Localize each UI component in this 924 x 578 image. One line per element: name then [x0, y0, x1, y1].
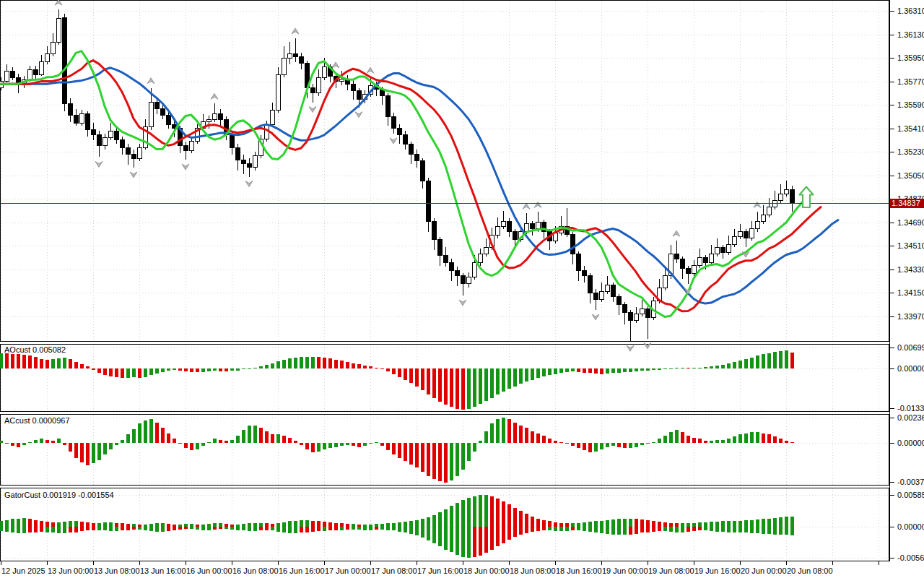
histogram-bar — [213, 523, 217, 527]
histogram-bar — [762, 434, 765, 443]
histogram-bar — [415, 443, 419, 467]
histogram-bar — [606, 443, 609, 447]
histogram-bar — [201, 368, 205, 372]
histogram-bar — [756, 527, 759, 533]
histogram-bar — [126, 434, 130, 443]
histogram-bar — [155, 423, 159, 443]
histogram-bar — [236, 527, 240, 530]
bullish-candle — [103, 137, 108, 145]
time-scale[interactable]: 12 Jun 202513 Jun 00:0013 Jun 08:0013 Ju… — [1, 561, 879, 575]
histogram-bar — [300, 443, 303, 445]
histogram-bar — [790, 442, 794, 443]
histogram-bar — [34, 527, 38, 532]
histogram-bar — [594, 368, 598, 374]
histogram-bar — [629, 527, 632, 535]
histogram-bar — [744, 520, 748, 527]
bullish-candle — [57, 19, 61, 43]
histogram-bar — [542, 527, 546, 530]
histogram-bar — [363, 366, 367, 368]
time-tick-label: 16 Jun 00:00 — [186, 566, 232, 575]
histogram-bar — [444, 443, 448, 483]
histogram-bar — [767, 434, 771, 443]
histogram-bar — [288, 527, 292, 533]
histogram-bar — [328, 527, 332, 530]
histogram-bar — [461, 527, 465, 557]
time-tick-label: 19 Jun 00:00 — [602, 566, 648, 575]
histogram-bar — [357, 525, 361, 527]
time-tick-label: 17 Jun 16:00 — [417, 566, 463, 575]
histogram-bar — [357, 443, 361, 447]
histogram-bar — [109, 443, 113, 449]
histogram-bar — [536, 434, 540, 443]
histogram-bar — [588, 522, 592, 527]
histogram-bar — [22, 527, 26, 533]
histogram-bar — [126, 527, 130, 530]
histogram-bar — [190, 368, 193, 372]
histogram-bar — [17, 519, 20, 527]
histogram-bar — [750, 527, 754, 533]
histogram-bar — [271, 363, 274, 368]
histogram-bar — [121, 523, 124, 527]
histogram-bar — [704, 441, 707, 443]
time-tick-label: 13 Jun 00:00 — [48, 566, 94, 575]
histogram-bar — [404, 522, 407, 527]
histogram-bar — [623, 368, 627, 372]
histogram-bar — [473, 496, 476, 527]
histogram-bar — [577, 527, 580, 530]
histogram-bar — [432, 527, 436, 543]
bullish-candle — [149, 103, 154, 127]
histogram-bar — [392, 368, 396, 374]
histogram-bar — [230, 525, 234, 527]
bearish-candle — [513, 232, 518, 240]
bullish-candle — [600, 292, 604, 300]
histogram-bar — [767, 519, 771, 527]
histogram-bar — [352, 527, 355, 530]
bullish-candle — [138, 148, 142, 158]
bearish-candle — [167, 116, 171, 125]
time-tick-label: 17 Jun 00:00 — [325, 566, 371, 575]
histogram-bar — [259, 527, 263, 530]
histogram-bar — [600, 527, 603, 533]
histogram-bar — [340, 523, 344, 527]
histogram-bar — [282, 527, 286, 532]
histogram-bar — [629, 519, 632, 527]
histogram-bar — [311, 357, 315, 368]
histogram-bar — [421, 368, 424, 390]
histogram-bar — [323, 527, 326, 531]
bearish-candle — [623, 305, 627, 313]
histogram-bar — [450, 527, 453, 552]
histogram-bar — [103, 368, 107, 375]
scale-tick-label: 1.34330 — [897, 265, 924, 274]
histogram-bar — [167, 434, 170, 443]
histogram-bar — [121, 368, 124, 378]
histogram-bar — [785, 517, 788, 527]
histogram-bar — [727, 363, 731, 368]
histogram-bar — [484, 527, 488, 553]
histogram-bar — [375, 527, 378, 530]
histogram-bar — [271, 524, 274, 527]
histogram-bar — [496, 499, 500, 527]
price-scale[interactable]: 1.363101.361301.359501.357701.355901.354… — [889, 0, 924, 562]
histogram-bar — [623, 527, 627, 535]
histogram-bar — [415, 368, 419, 387]
histogram-bar — [109, 522, 113, 527]
histogram-bar — [242, 524, 245, 527]
histogram-bar — [97, 527, 101, 530]
histogram-bar — [271, 527, 274, 530]
histogram-bar — [259, 366, 263, 368]
histogram-bar — [311, 443, 315, 452]
histogram-bar — [69, 521, 72, 527]
bearish-candle — [404, 135, 408, 144]
bearish-candle — [681, 259, 685, 268]
bearish-candle — [92, 130, 96, 135]
histogram-bar — [323, 522, 326, 527]
histogram-bar — [69, 443, 72, 452]
histogram-bar — [184, 443, 188, 448]
histogram-bar — [762, 354, 765, 368]
chart-canvas[interactable]: 1.363101.361301.359501.357701.355901.354… — [0, 0, 924, 578]
histogram-bar — [571, 523, 575, 527]
histogram-bar — [756, 519, 759, 527]
scale-tick-label: 1.35050 — [897, 171, 924, 180]
time-tick-label: 17 Jun 08:00 — [371, 566, 417, 575]
bearish-candle — [415, 155, 419, 161]
